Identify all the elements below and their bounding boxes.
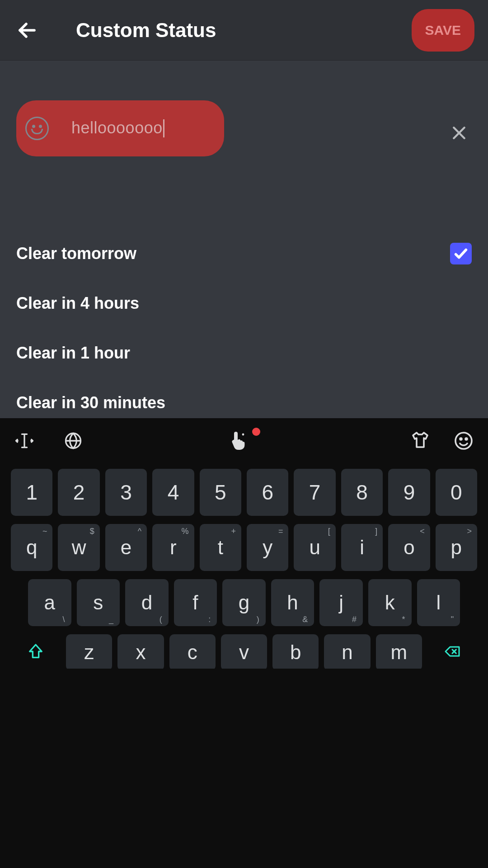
key-m[interactable]: m	[376, 634, 422, 669]
backspace-key[interactable]	[427, 634, 477, 669]
back-button[interactable]	[14, 17, 41, 44]
key-h[interactable]: h&	[271, 579, 314, 626]
key-f[interactable]: f:	[174, 579, 217, 626]
key-5[interactable]: 5	[200, 469, 241, 516]
virtual-keyboard: 1 2 3 4 5 6 7 8 9 0 ~q $w ^e %r +t =y [u…	[0, 418, 488, 868]
row-letters-2: a\ s_ d( f: g) h& j# k* l"	[11, 579, 477, 626]
clear-options-list: Clear tomorrow Clear in 4 hours Clear in…	[16, 229, 472, 449]
svg-point-7	[455, 433, 472, 449]
status-text-value: hellooooooo	[71, 118, 163, 137]
option-label: Clear in 1 hour	[16, 344, 472, 363]
row-letters-3: z x c v b n m	[11, 634, 477, 669]
status-text-input[interactable]: hellooooooo	[71, 118, 164, 138]
smiley-icon	[453, 430, 474, 452]
content-area: hellooooooo Clear tomorrow Clear in 4 ho…	[0, 61, 488, 418]
option-label: Clear tomorrow	[16, 244, 450, 263]
key-n[interactable]: n	[324, 634, 370, 669]
shift-icon	[27, 642, 45, 660]
key-b[interactable]: b	[272, 634, 319, 669]
key-x[interactable]: x	[117, 634, 164, 669]
key-r[interactable]: %r	[152, 524, 194, 571]
key-7[interactable]: 7	[294, 469, 335, 516]
key-rows: 1 2 3 4 5 6 7 8 9 0 ~q $w ^e %r +t =y [u…	[0, 463, 488, 669]
text-cursor	[163, 119, 164, 137]
key-9[interactable]: 9	[388, 469, 430, 516]
key-v[interactable]: v	[221, 634, 267, 669]
key-a[interactable]: a\	[28, 579, 71, 626]
recording-indicator	[252, 428, 260, 436]
option-clear-1-hour[interactable]: Clear in 1 hour	[16, 328, 472, 378]
key-i[interactable]: ]i	[341, 524, 383, 571]
clear-status-button[interactable]	[450, 124, 468, 142]
emoji-picker-icon[interactable]	[25, 117, 49, 140]
key-e[interactable]: ^e	[105, 524, 147, 571]
touch-icon	[228, 430, 249, 452]
check-icon	[453, 246, 469, 261]
option-label: Clear in 4 hours	[16, 294, 472, 313]
svg-point-6	[242, 434, 244, 436]
key-g[interactable]: g)	[222, 579, 266, 626]
key-2[interactable]: 2	[58, 469, 99, 516]
status-row: hellooooooo	[16, 61, 472, 156]
status-input-pill[interactable]: hellooooooo	[16, 100, 224, 156]
key-w[interactable]: $w	[58, 524, 99, 571]
globe-icon	[63, 431, 83, 451]
key-1[interactable]: 1	[11, 469, 52, 516]
option-clear-tomorrow[interactable]: Clear tomorrow	[16, 229, 472, 278]
key-c[interactable]: c	[169, 634, 216, 669]
shift-key[interactable]	[11, 634, 61, 669]
arrow-left-icon	[16, 19, 38, 41]
key-4[interactable]: 4	[152, 469, 194, 516]
key-l[interactable]: l"	[417, 579, 460, 626]
key-s[interactable]: s_	[77, 579, 120, 626]
close-icon	[450, 124, 468, 142]
key-6[interactable]: 6	[247, 469, 288, 516]
page-title: Custom Status	[76, 19, 216, 42]
key-q[interactable]: ~q	[11, 524, 52, 571]
save-button[interactable]: SAVE	[412, 9, 474, 52]
voice-input-button[interactable]	[226, 428, 251, 453]
key-8[interactable]: 8	[341, 469, 383, 516]
key-o[interactable]: <o	[388, 524, 430, 571]
header: Custom Status SAVE	[0, 0, 488, 61]
key-u[interactable]: [u	[294, 524, 335, 571]
option-clear-4-hours[interactable]: Clear in 4 hours	[16, 278, 472, 328]
key-p[interactable]: >p	[436, 524, 477, 571]
text-cursor-icon	[14, 431, 34, 451]
key-k[interactable]: k*	[368, 579, 412, 626]
theme-button[interactable]	[408, 428, 433, 453]
key-3[interactable]: 3	[105, 469, 147, 516]
row-numbers: 1 2 3 4 5 6 7 8 9 0	[11, 469, 477, 516]
language-button[interactable]	[61, 428, 86, 453]
key-d[interactable]: d(	[125, 579, 169, 626]
row-letters-1: ~q $w ^e %r +t =y [u ]i <o >p	[11, 524, 477, 571]
key-z[interactable]: z	[66, 634, 112, 669]
option-selected-check	[450, 243, 472, 264]
key-y[interactable]: =y	[247, 524, 288, 571]
cursor-mode-button[interactable]	[12, 428, 37, 453]
backspace-icon	[441, 642, 463, 660]
emoji-keyboard-button[interactable]	[451, 428, 476, 453]
keyboard-toolbar	[0, 418, 488, 463]
svg-point-9	[465, 438, 467, 440]
shirt-icon	[409, 430, 431, 452]
key-0[interactable]: 0	[436, 469, 477, 516]
svg-point-8	[460, 438, 462, 440]
option-label: Clear in 30 minutes	[16, 393, 472, 412]
key-j[interactable]: j#	[319, 579, 363, 626]
key-t[interactable]: +t	[200, 524, 241, 571]
